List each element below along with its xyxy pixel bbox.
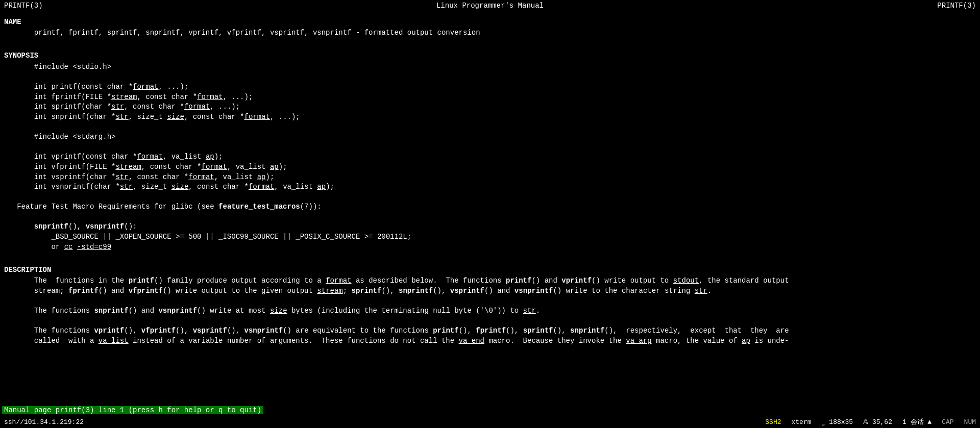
description-para3a: The functions vprintf(), vfprintf(), vsp…: [4, 326, 976, 336]
synopsis-vsprintf: int vsprintf(char *str, const char *form…: [4, 172, 976, 183]
spacer: [4, 316, 976, 326]
description-heading: DESCRIPTION: [4, 265, 976, 275]
num-lock: NUM: [964, 418, 976, 427]
snprintf-feature: snprintf(), vsnprintf():: [4, 222, 976, 232]
terminal-type: xterm: [792, 418, 812, 427]
synopsis-line-1: #include <stdio.h>: [4, 62, 976, 72]
spacer: [4, 212, 976, 222]
man-page-header: PRINTF(3) Linux Programmer's Manual PRIN…: [4, 1, 976, 11]
synopsis-section: SYNOPSIS #include <stdio.h> int printf(c…: [4, 51, 976, 192]
synopsis-printf: int printf(const char *format, ...);: [4, 82, 976, 92]
spacer: [4, 38, 976, 48]
status-text: Manual page printf(3) line 1 (press h fo…: [2, 406, 263, 414]
name-heading: NAME: [4, 17, 976, 28]
man-page-content: NAME printf, fprintf, sprintf, snprintf,…: [4, 13, 976, 346]
session-count: 1 会话 ▲: [902, 418, 932, 427]
status-bar: Manual page printf(3) line 1 (press h fo…: [0, 405, 980, 417]
synopsis-vfprintf: int vfprintf(FILE *stream, const char *f…: [4, 162, 976, 172]
synopsis-vprintf: int vprintf(const char *format, va_list …: [4, 152, 976, 162]
synopsis-heading: SYNOPSIS: [4, 51, 976, 61]
description-para1b: stream; fprintf() and vfprintf() write o…: [4, 286, 976, 296]
feature-test-line: Feature Test Macro Requirements for glib…: [4, 202, 976, 212]
terminal-size: ˷ 188x35: [822, 418, 853, 427]
bottom-right-indicators: SSH2 xterm ˷ 188x35 𝔸 35,62 1 会话 ▲ CAP N…: [765, 418, 976, 427]
description-para2: The functions snprintf() and vsnprintf()…: [4, 306, 976, 316]
description-para1a: The functions in the printf() family pro…: [4, 276, 976, 286]
synopsis-sprintf: int sprintf(char *str, const char *forma…: [4, 102, 976, 112]
bsd-source-line: _BSD_SOURCE || _XOPEN_SOURCE >= 500 || _…: [4, 232, 976, 242]
description-para3b: called with a va_list instead of a varia…: [4, 336, 976, 346]
ssh-indicator: SSH2: [765, 418, 781, 427]
feature-test-section: Feature Test Macro Requirements for glib…: [4, 202, 976, 252]
caps-lock: CAP: [942, 418, 953, 427]
synopsis-fprintf: int fprintf(FILE *stream, const char *fo…: [4, 92, 976, 103]
synopsis-vsnprintf: int vsnprintf(char *str, size_t size, co…: [4, 182, 976, 192]
name-section: NAME printf, fprintf, sprintf, snprintf,…: [4, 17, 976, 38]
spacer: [4, 142, 976, 153]
ssh-address: ssh//101.34.1.219:22: [4, 418, 84, 427]
bottom-bar: ssh//101.34.1.219:22 SSH2 xterm ˷ 188x35…: [0, 417, 980, 428]
terminal: PRINTF(3) Linux Programmer's Manual PRIN…: [0, 0, 980, 428]
spacer: [4, 296, 976, 307]
spacer: [4, 252, 976, 262]
synopsis-stdarg: #include <stdarg.h>: [4, 132, 976, 142]
header-center: Linux Programmer's Manual: [436, 1, 544, 11]
spacer: [4, 72, 976, 83]
spacer: [4, 192, 976, 203]
cursor-position: 𝔸 35,62: [863, 418, 892, 427]
header-right: PRINTF(3): [937, 1, 976, 11]
cc-line: or cc -std=c99: [4, 242, 976, 253]
description-section: DESCRIPTION The functions in the printf(…: [4, 265, 976, 346]
name-content: printf, fprintf, sprintf, snprintf, vpri…: [4, 28, 976, 38]
synopsis-snprintf: int snprintf(char *str, size_t size, con…: [4, 112, 976, 122]
header-left: PRINTF(3): [4, 1, 43, 11]
spacer: [4, 122, 976, 133]
